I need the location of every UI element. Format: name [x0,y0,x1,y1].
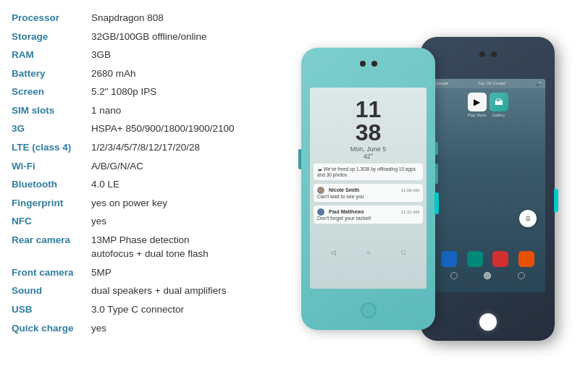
spec-label: Battery [12,67,91,81]
phone1-notification3: Paul Matthews 11:22 AM Don't forget your… [314,206,423,224]
spec-label: Processor [12,11,91,25]
spec-value: 3.0 Type C connector [91,302,256,317]
phone2-dock [430,251,545,267]
spec-label: Wi-Fi [12,159,91,174]
phone1-power-button [435,142,438,155]
spec-label: SIM slots [12,103,91,118]
notif2-text: Can't wait to see you [317,194,419,199]
phone1-notification2: Nicole Smith 11:09 AM Can't wait to see … [314,184,423,202]
spec-row: RAM3GB [12,46,256,64]
notif2-time: 11:09 AM [401,188,419,192]
notif3-time: 11:22 AM [401,210,419,214]
spec-row: Rear camera13MP Phase detection autofocu… [12,231,256,263]
spec-value: yes [91,321,256,336]
camera-dot-left [360,61,366,67]
notif3-name: Paul Matthews [329,209,364,214]
phone2-screen: Google Say 'Ok Google' 🎤 ▶ Play Store 🏔 … [430,79,545,292]
phone2-body: Google Say 'Ok Google' 🎤 ▶ Play Store 🏔 … [421,37,555,341]
phone2-fab[interactable]: ≡ [519,210,537,227]
spec-row: Storage32GB/100GB offline/online [12,27,256,46]
phone1: 11 38 Mon, June 5 42° ☁ We've freed up 1… [301,48,435,330]
back-nav [450,272,458,279]
phone1-hour: 11 [310,98,427,121]
camera-dot-right [371,61,377,67]
play-store-label: Play Store [468,113,487,117]
spec-label: Screen [12,85,91,99]
notif2-name: Nicole Smith [329,187,359,192]
spec-row: USB3.0 Type C connector [12,300,256,319]
spec-row: Battery2680 mAh [12,64,256,83]
spec-label: Fingerprint [12,196,91,211]
spec-label: NFC [12,214,91,229]
dock-app2 [467,251,483,267]
spec-row: Quick chargeyes [12,319,256,338]
spec-value: dual speakers + dual amplifiers [91,284,256,298]
recents-nav [518,272,525,279]
phone1-button-right2 [435,164,438,184]
phone1-body: 11 38 Mon, June 5 42° ☁ We've freed up 1… [301,48,435,330]
spec-label: Bluetooth [12,177,91,192]
spec-label: Rear camera [12,233,91,247]
spec-row: 3GHSPA+ 850/900/1800/1900/2100 [12,119,256,138]
phone1-nav-bar: ◁ ○ □ [310,249,427,256]
spec-value: 3GB [91,48,256,62]
phone1-screen-inner: 11 38 Mon, June 5 42° ☁ We've freed up 1… [310,88,427,289]
notif3-text: Don't forget your racket! [317,216,419,221]
phone2-home-button[interactable] [479,313,497,331]
phone2-camera-dot-right [491,51,497,57]
play-store-app: ▶ Play Store [468,93,487,117]
spec-value: yes on power key [91,196,256,211]
spec-value: yes [91,214,256,229]
gallery-app: 🏔 Gallery [490,93,508,117]
spec-row: LTE (class 4)1/2/3/4/5/7/8/12/17/20/28 [12,138,256,157]
spec-label: USB [12,302,91,317]
spec-value: A/B/G/N/AC [91,159,256,174]
phone2-side-button [554,189,558,212]
phone1-volume-button [298,149,301,169]
spec-row: Sounddual speakers + dual amplifiers [12,281,256,300]
phone1-min: 38 [310,121,427,144]
phone1-camera-top [360,61,377,67]
spec-value: Snapdragon 808 [91,11,256,25]
spec-row: NFCyes [12,212,256,231]
say-ok-label: Say 'Ok Google' [478,81,506,86]
dock-app4 [518,251,534,267]
spec-label: Sound [12,284,91,298]
spec-label: Quick charge [12,321,91,336]
phone1-home-button[interactable] [361,302,377,318]
phone2-screen-inner: Google Say 'Ok Google' 🎤 ▶ Play Store 🏔 … [430,79,545,292]
spec-row: SIM slots1 nano [12,101,256,120]
spec-value: 4.0 LE [91,177,256,192]
google-label: Google [434,81,448,86]
recents-icon: □ [401,249,405,256]
spec-label: Storage [12,30,91,44]
phone1-date: Mon, June 5 42° [310,145,427,160]
phone2-apps-row: ▶ Play Store 🏔 Gallery [430,88,545,120]
dock-app3 [492,251,508,267]
phone2-status-bar: Google Say 'Ok Google' 🎤 [430,79,545,88]
spec-value: 5.2" 1080p IPS [91,85,256,99]
back-icon: ◁ [331,249,336,256]
dock-app1 [441,251,457,267]
phone1-time: 11 38 [310,88,427,144]
spec-value: HSPA+ 850/900/1800/1900/2100 [91,122,256,136]
spec-row: Front camera5MP [12,263,256,282]
phone2: Google Say 'Ok Google' 🎤 ▶ Play Store 🏔 … [421,37,555,341]
spec-row: ProcessorSnapdragon 808 [12,9,256,27]
home-icon: ○ [367,249,371,256]
spec-value: 13MP Phase detection autofocus + dual to… [91,233,256,261]
phones-container: 11 38 Mon, June 5 42° ☁ We've freed up 1… [268,0,588,377]
spec-row: Bluetooth4.0 LE [12,175,256,194]
phone2-camera-top [479,51,497,57]
spec-row: Wi-FiA/B/G/N/AC [12,157,256,176]
spec-row: Fingerprintyes on power key [12,194,256,213]
phone1-notification1: ☁ We've freed up 1.3GB by offloading 10 … [314,164,423,180]
spec-value: 1/2/3/4/5/7/8/12/17/20/28 [91,140,256,155]
gallery-icon: 🏔 [490,93,508,111]
spec-label: 3G [12,122,91,136]
phone1-screen: 11 38 Mon, June 5 42° ☁ We've freed up 1… [310,88,427,289]
spec-value: 2680 mAh [91,67,256,81]
avatar2 [317,208,324,216]
home-nav [484,272,491,279]
spec-value: 1 nano [91,103,256,118]
